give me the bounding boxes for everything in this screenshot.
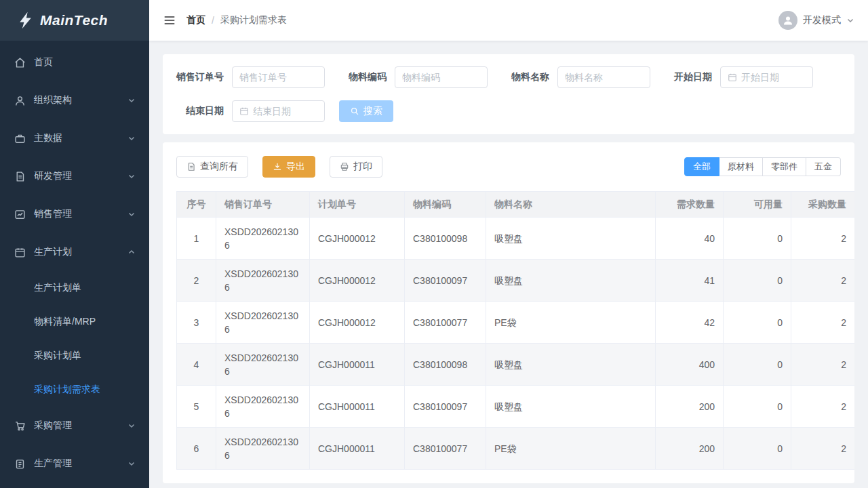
calendar-icon [14,246,26,258]
sidebar-toggle-icon[interactable] [163,14,176,27]
main-area: 首页 / 采购计划需求表 开发模式 销售订单号 [149,0,868,488]
table-toolbar: 查询所有 导出 打印 全部 [176,156,841,178]
category-tab-parts[interactable]: 零部件 [763,157,806,176]
sidebar-item-production-plan[interactable]: 生产计划 [0,233,149,271]
cell-material-code: C380100097 [405,260,486,302]
cell-seq: 6 [177,428,216,470]
breadcrumb-separator: / [212,15,214,26]
sidebar-item-label: 销售管理 [34,208,119,220]
material-name-input[interactable] [565,72,643,83]
search-button[interactable]: 搜索 [339,100,393,122]
cart-icon [14,420,26,432]
cell-purchase-qty: 2 [791,302,855,344]
query-all-button[interactable]: 查询所有 [176,156,248,178]
cell-demand-qty: 41 [656,260,724,302]
cell-purchase-qty: 2 [791,218,855,260]
field-label: 销售订单号 [176,71,224,83]
breadcrumb-home[interactable]: 首页 [186,14,205,26]
sidebar-item-production-management[interactable]: 生产管理 [0,445,149,483]
cell-sales-order: XSDD2026021306 [216,260,310,302]
sidebar-menu: 首页 组织架构 主数据 [0,41,149,483]
sidebar: MainTech 首页 组织架构 [0,0,149,488]
filter-field-end-date: 结束日期 [176,100,325,122]
sidebar-item-label: 生产计划 [34,246,119,258]
cell-purchase-qty: 2 [791,386,855,428]
print-button[interactable]: 打印 [330,156,382,178]
cell-sales-order: XSDD2026021306 [216,218,310,260]
sidebar-item-sales-management[interactable]: 销售管理 [0,195,149,233]
cell-sales-order: XSDD2026021306 [216,428,310,470]
sidebar-item-home[interactable]: 首页 [0,43,149,81]
sidebar-subitem-bom-mrp[interactable]: 物料清单/MRP [0,305,149,339]
sidebar-item-label: 研发管理 [34,170,119,182]
cell-demand-qty: 40 [656,218,724,260]
cell-plan-no: CGJH000012 [310,302,405,344]
cell-purchase-qty: 2 [791,260,855,302]
export-button[interactable]: 导出 [262,156,315,178]
avatar [778,11,797,30]
category-tab-hardware[interactable]: 五金 [806,157,841,176]
sidebar-subitem-purchase-plan-demand[interactable]: 采购计划需求表 [0,373,149,407]
cell-plan-no: CGJH000012 [310,218,405,260]
chevron-down-icon [127,96,136,104]
download-icon [273,162,282,171]
home-icon [14,56,26,68]
chevron-down-icon [127,172,136,180]
briefcase-icon [14,132,26,144]
filter-field-material-code: 物料编码 [339,66,488,88]
column-header-material-name: 物料名称 [486,192,656,218]
topbar: 首页 / 采购计划需求表 开发模式 [149,0,868,41]
table-panel: 查询所有 导出 打印 全部 [163,142,854,483]
cell-material-name: 吸塑盘 [486,260,656,302]
cell-available-qty: 0 [724,386,791,428]
clipboard-icon [14,458,26,470]
printer-icon [340,162,349,171]
cell-plan-no: CGJH000011 [310,344,405,386]
cell-plan-no: CGJH000011 [310,386,405,428]
end-date-input[interactable] [253,106,317,117]
category-tab-all[interactable]: 全部 [684,157,719,176]
cell-plan-no: CGJH000011 [310,428,405,470]
cell-purchase-qty: 2 [791,344,855,386]
cell-material-name: PE袋 [486,302,656,344]
brand-lightning-icon [16,11,35,30]
table-row: 4 XSDD2026021306 CGJH000011 C380100098 吸… [177,344,855,386]
field-label: 开始日期 [665,71,712,83]
sidebar-item-label: 采购管理 [34,420,119,432]
cell-available-qty: 0 [724,260,791,302]
field-label: 物料编码 [339,71,387,83]
cell-material-code: C380100077 [405,302,486,344]
sidebar-subitem-purchase-plan-order[interactable]: 采购计划单 [0,339,149,373]
sidebar-item-label: 组织架构 [34,94,119,106]
cell-available-qty: 0 [724,302,791,344]
cell-available-qty: 0 [724,218,791,260]
sidebar-item-organization[interactable]: 组织架构 [0,81,149,119]
start-date-input[interactable] [741,72,806,83]
sales-order-input[interactable] [239,72,317,83]
sidebar-item-master-data[interactable]: 主数据 [0,119,149,157]
cell-available-qty: 0 [724,344,791,386]
filter-field-sales-order: 销售订单号 [176,66,325,88]
sidebar-item-label: 首页 [34,56,136,68]
filter-panel: 销售订单号 物料编码 物料名称 [163,54,854,134]
sidebar-subitem-production-plan-order[interactable]: 生产计划单 [0,271,149,305]
cell-material-name: 吸塑盘 [486,218,656,260]
cell-material-name: 吸塑盘 [486,344,656,386]
brand-logo: MainTech [0,0,149,41]
category-tab-raw-material[interactable]: 原材料 [719,157,763,176]
column-header-purchase-qty: 采购数量 [791,192,855,218]
query-all-label: 查询所有 [200,161,238,173]
user-menu[interactable]: 开发模式 [778,11,854,30]
sidebar-subitem-label: 采购计划需求表 [34,384,100,396]
calendar-icon [728,73,737,82]
sales-order-input-wrap [232,66,325,88]
start-date-input-wrap [720,66,813,88]
sidebar-item-rd-management[interactable]: 研发管理 [0,157,149,195]
end-date-input-wrap [232,100,325,122]
cell-seq: 1 [177,218,216,260]
sidebar-item-purchase-management[interactable]: 采购管理 [0,407,149,445]
material-code-input[interactable] [402,72,480,83]
sidebar-subitem-label: 生产计划单 [34,282,81,294]
page-content: 销售订单号 物料编码 物料名称 [149,41,868,488]
material-code-input-wrap [395,66,488,88]
